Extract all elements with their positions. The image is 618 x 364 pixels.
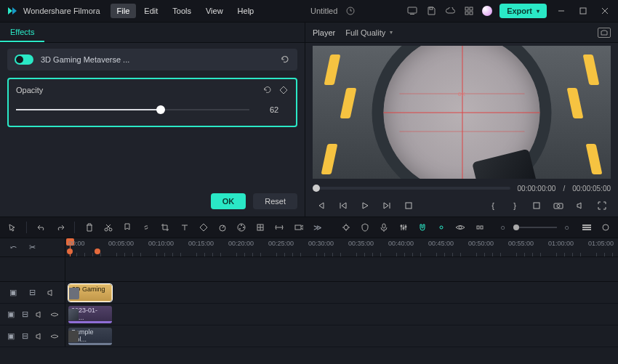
history-icon[interactable] <box>345 5 356 17</box>
collapse-icon[interactable]: ⊟ <box>22 309 28 320</box>
visibility-icon[interactable] <box>50 331 59 342</box>
svg-point-25 <box>344 225 348 230</box>
add-track-icon[interactable]: ▣ <box>7 331 15 342</box>
reset-effect-icon[interactable] <box>280 54 290 65</box>
collapse-icon[interactable]: ⊟ <box>22 331 28 342</box>
record-icon[interactable] <box>294 222 303 233</box>
effects-panel: Effects 3D Gaming Metaverse ... Opacity … <box>0 23 305 217</box>
marker-icon[interactable] <box>123 222 132 233</box>
menu-tools[interactable]: Tools <box>166 4 198 18</box>
zoom-out-icon[interactable]: ○ <box>497 222 509 233</box>
opacity-value[interactable]: 62 <box>260 105 289 114</box>
reset-button[interactable]: Reset <box>253 193 297 209</box>
prev-frame-button[interactable] <box>314 198 329 213</box>
mark-out-button[interactable]: } <box>507 198 522 213</box>
svg-rect-9 <box>580 8 586 14</box>
camera-button[interactable] <box>551 198 566 213</box>
more-icon[interactable]: ≫ <box>313 222 322 233</box>
maximize-button[interactable] <box>576 4 590 18</box>
undo-icon[interactable] <box>36 222 46 233</box>
back-to-start-icon[interactable]: ⤺ <box>7 242 19 254</box>
titlebar: Wondershare Filmora File Edit Tools View… <box>0 0 618 22</box>
menu-file[interactable]: File <box>111 4 137 18</box>
play-button[interactable] <box>358 198 372 213</box>
menu-edit[interactable]: Edit <box>137 4 164 18</box>
time-separator: / <box>563 185 565 193</box>
svg-rect-4 <box>465 7 468 10</box>
grid-icon[interactable] <box>463 5 475 17</box>
preview-viewport[interactable]: 0X <box>313 46 611 179</box>
ripple-icon[interactable] <box>475 222 484 233</box>
cloud-icon[interactable] <box>444 5 456 17</box>
fullscreen-button[interactable] <box>595 198 609 213</box>
pointer-tool-icon[interactable] <box>7 222 17 233</box>
clip-video[interactable]: 2023-01-05... <box>68 306 112 323</box>
device-icon[interactable] <box>406 5 418 17</box>
mixer-icon[interactable] <box>398 222 408 233</box>
volume-track-icon[interactable] <box>36 309 43 320</box>
expand-icon[interactable] <box>275 222 284 233</box>
time-ruler[interactable]: 00:0000:05:0000:10:0000:15:0000:20:0000:… <box>65 238 618 256</box>
user-avatar[interactable] <box>482 6 492 16</box>
zoom-in-icon[interactable]: ○ <box>561 222 573 233</box>
delete-icon[interactable] <box>84 222 94 233</box>
cut-mode-icon[interactable]: ✂ <box>26 242 38 254</box>
save-icon[interactable] <box>425 5 437 17</box>
text-tool-icon[interactable] <box>180 222 189 233</box>
layout-icon[interactable] <box>582 222 592 233</box>
shield-icon[interactable] <box>361 222 370 233</box>
volume-track-icon[interactable] <box>36 331 43 342</box>
svg-rect-13 <box>534 203 539 209</box>
effect-toggle[interactable] <box>15 54 33 65</box>
visibility-icon[interactable] <box>50 309 59 320</box>
crop-tool-icon[interactable] <box>161 222 170 233</box>
stop-button[interactable] <box>401 198 416 213</box>
color-icon[interactable] <box>237 222 246 233</box>
mic-icon[interactable] <box>380 222 389 233</box>
close-button[interactable] <box>598 4 612 18</box>
magnet-icon[interactable] <box>417 222 427 233</box>
redo-icon[interactable] <box>55 222 65 233</box>
keyframe-icon[interactable] <box>278 85 289 95</box>
step-fwd-button[interactable] <box>380 198 394 213</box>
adjust-icon[interactable] <box>256 222 265 233</box>
crop-button[interactable] <box>529 198 544 213</box>
step-back-button[interactable] <box>336 198 350 213</box>
link-toggle-icon[interactable] <box>436 222 446 233</box>
split-icon[interactable] <box>103 222 113 233</box>
clip-color[interactable]: Sample Col... <box>68 328 112 345</box>
settings-icon[interactable] <box>601 222 611 233</box>
svg-point-28 <box>402 227 404 230</box>
link-icon[interactable] <box>142 222 151 233</box>
minimize-button[interactable] <box>554 4 569 18</box>
zoom-control[interactable]: ○ ○ <box>497 222 573 233</box>
tab-effects[interactable]: Effects <box>0 23 44 42</box>
project-title: Untitled <box>310 7 337 15</box>
svg-point-29 <box>404 226 406 228</box>
snapshot-button[interactable] <box>598 28 611 38</box>
preview-scene: 0X <box>384 46 540 179</box>
clip-effect[interactable]: 3D Gaming ... <box>68 284 112 302</box>
progress-scrubber[interactable] <box>313 187 510 190</box>
opacity-slider[interactable] <box>16 102 249 117</box>
quality-select[interactable]: Full Quality▾ <box>345 28 393 37</box>
export-button[interactable]: Export▾ <box>499 4 547 18</box>
track-effects: ▣ ⊟ 3D Gaming ... <box>0 282 618 304</box>
menu-help[interactable]: Help <box>231 4 261 18</box>
ok-button[interactable]: OK <box>211 193 246 209</box>
menu-view[interactable]: View <box>199 4 230 18</box>
collapse-icon[interactable]: ⊟ <box>26 287 38 299</box>
speed-icon[interactable] <box>217 222 227 233</box>
svg-rect-2 <box>410 14 414 15</box>
mark-in-button[interactable]: { <box>486 198 500 213</box>
player-panel: Player Full Quality▾ <box>305 23 618 217</box>
add-track-icon[interactable]: ▣ <box>7 287 19 299</box>
keyframe-tool-icon[interactable] <box>198 222 208 233</box>
volume-button[interactable] <box>573 198 587 213</box>
enhance-icon[interactable] <box>341 222 350 233</box>
add-track-icon[interactable]: ▣ <box>7 309 15 320</box>
eye-icon[interactable] <box>455 222 465 233</box>
reset-opacity-icon[interactable] <box>262 85 273 95</box>
volume-track-icon[interactable] <box>45 287 57 299</box>
svg-point-20 <box>241 225 242 226</box>
